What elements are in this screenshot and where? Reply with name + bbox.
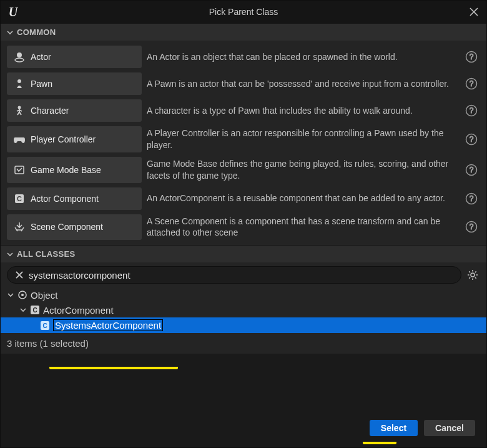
svg-line-31 [475, 277, 476, 279]
class-button-scene-component[interactable]: Scene Component [7, 214, 142, 241]
svg-text:?: ? [470, 222, 474, 231]
svg-point-2 [17, 52, 22, 57]
class-label: Actor [31, 52, 51, 62]
class-row-player-controller: Player Controller A Player Controller is… [7, 125, 480, 154]
pawn-icon [13, 77, 26, 90]
search-input[interactable] [29, 270, 455, 281]
class-row-actor: Actor An Actor is an object that can be … [7, 44, 480, 69]
cancel-button[interactable]: Cancel [424, 420, 475, 436]
svg-point-3 [15, 58, 24, 62]
help-button[interactable]: ? [463, 157, 480, 183]
object-icon [17, 289, 28, 301]
chevron-down-icon [7, 29, 13, 36]
svg-text:C: C [32, 307, 37, 314]
svg-text:?: ? [470, 52, 474, 61]
component-icon: C [29, 304, 41, 316]
svg-line-33 [475, 272, 476, 273]
settings-button[interactable] [465, 267, 480, 282]
help-button[interactable]: ? [463, 187, 480, 210]
svg-point-6 [17, 79, 21, 83]
class-desc-game-mode: Game Mode Base defines the game being pl… [147, 157, 458, 183]
help-button[interactable]: ? [463, 99, 480, 122]
chevron-down-icon [19, 307, 27, 313]
tree-item-object[interactable]: Object [1, 287, 486, 302]
clear-search-button[interactable] [14, 269, 25, 281]
class-label: Player Controller [31, 134, 96, 144]
svg-point-25 [471, 273, 475, 277]
class-row-scene-component: Scene Component A Scene Component is a c… [7, 213, 480, 242]
svg-point-35 [21, 294, 24, 296]
controller-icon [13, 133, 26, 146]
class-button-pawn[interactable]: Pawn [7, 72, 142, 95]
select-button[interactable]: Select [370, 420, 418, 436]
tree-label: ActorComponent [43, 305, 114, 316]
svg-text:?: ? [470, 106, 474, 115]
class-label: Actor Component [31, 194, 99, 204]
chevron-down-icon [7, 292, 14, 298]
tree-item-actor-component[interactable]: C ActorComponent [1, 302, 486, 317]
class-row-game-mode: Game Mode Base Game Mode Base defines th… [7, 156, 480, 184]
help-button[interactable]: ? [463, 126, 480, 152]
svg-point-9 [18, 106, 21, 109]
class-tree: Object C ActorComponent C SystemsActorCo… [1, 286, 486, 336]
status-text: 3 items (1 selected) [1, 336, 486, 354]
svg-text:C: C [17, 195, 22, 202]
class-desc-scene-component: A Scene Component is a component that ha… [147, 214, 458, 241]
class-button-game-mode[interactable]: Game Mode Base [7, 157, 142, 183]
class-row-character: Character A character is a type of Pawn … [7, 98, 480, 123]
class-row-actor-component: C Actor Component An ActorComponent is a… [7, 186, 480, 211]
common-class-list: Actor An Actor is an object that can be … [7, 44, 480, 241]
tree-label: Object [31, 290, 57, 301]
svg-text:?: ? [470, 79, 474, 88]
class-desc-pawn: A Pawn is an actor that can be 'possesse… [147, 72, 458, 95]
dialog-footer: Select Cancel [1, 414, 486, 447]
class-row-pawn: Pawn A Pawn is an actor that can be 'pos… [7, 71, 480, 96]
svg-text:?: ? [470, 194, 474, 203]
titlebar: U Pick Parent Class [1, 1, 486, 23]
class-label: Character [31, 106, 69, 116]
class-button-player-controller[interactable]: Player Controller [7, 126, 142, 152]
section-header-common[interactable]: COMMON [1, 23, 486, 41]
class-button-actor-component[interactable]: C Actor Component [7, 187, 142, 210]
svg-line-30 [469, 272, 470, 273]
section-label-common: COMMON [17, 27, 56, 37]
svg-text:?: ? [470, 135, 474, 144]
class-desc-actor: An Actor is an object that can be placed… [147, 46, 458, 68]
class-label: Scene Component [31, 222, 103, 232]
svg-text:?: ? [470, 166, 474, 174]
tree-label: SystemsActorComponent [53, 319, 163, 331]
chevron-down-icon [7, 251, 13, 257]
actor-icon [13, 51, 26, 63]
close-button[interactable] [466, 4, 481, 19]
svg-text:C: C [42, 322, 47, 329]
class-desc-player-controller: A Player Controller is an actor responsi… [147, 126, 458, 152]
gamemode-icon [13, 164, 26, 176]
scene-icon [13, 221, 26, 233]
component-icon: C [39, 320, 51, 331]
help-button[interactable]: ? [463, 72, 480, 95]
class-label: Pawn [31, 79, 52, 89]
class-desc-character: A character is a type of Pawn that inclu… [147, 99, 458, 122]
search-box[interactable] [7, 266, 461, 284]
tree-item-systems-actor-component[interactable]: C SystemsActorComponent [1, 317, 486, 333]
help-button[interactable]: ? [463, 46, 480, 68]
help-button[interactable]: ? [463, 214, 480, 241]
class-desc-actor-component: An ActorComponent is a reusable componen… [147, 187, 458, 210]
section-header-all[interactable]: ALL CLASSES [1, 245, 486, 262]
component-icon: C [13, 192, 26, 205]
character-icon [13, 104, 26, 117]
svg-line-32 [469, 277, 470, 279]
dialog-title: Pick Parent Class [1, 7, 486, 17]
class-label: Game Mode Base [31, 165, 101, 175]
section-label-all: ALL CLASSES [17, 249, 75, 259]
class-button-actor[interactable]: Actor [7, 46, 142, 68]
unreal-logo-icon: U [6, 4, 21, 19]
class-button-character[interactable]: Character [7, 99, 142, 122]
